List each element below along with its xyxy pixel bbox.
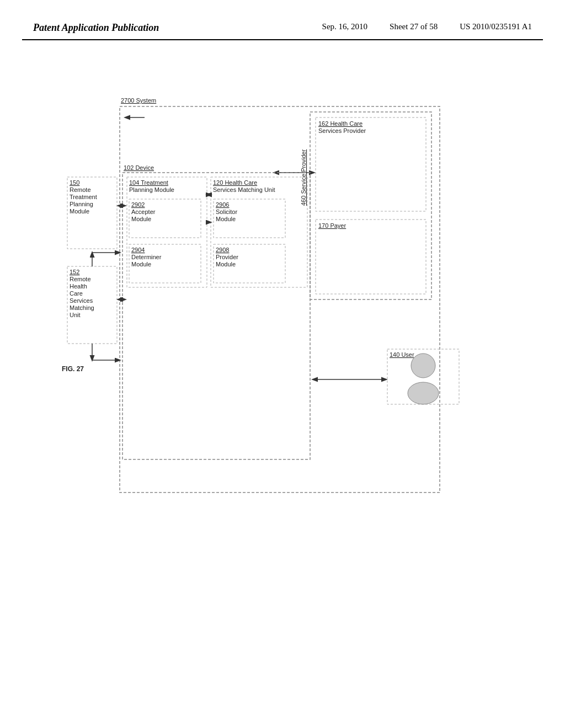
remote-health-care-label6: Matching: [70, 304, 94, 311]
determiner-label3: Module: [131, 261, 151, 267]
accepter-label: 2902: [131, 201, 145, 208]
remote-health-care-label7: Unit: [70, 312, 81, 318]
treatment-planning-label: 104 Treatment: [129, 179, 168, 186]
page: Patent Application Publication Sep. 16, …: [0, 0, 565, 728]
solicitor-label: 2906: [216, 201, 229, 208]
device-label: 102 Device: [124, 164, 154, 171]
accepter-label3: Module: [131, 216, 151, 222]
provider-label2: Provider: [216, 254, 238, 260]
solicitor-label2: Solicitor: [216, 208, 237, 215]
system-2700-label: 2700 System: [121, 97, 156, 104]
health-care-provider-label: 162 Health Care: [318, 120, 363, 127]
payer-label: 170 Payer: [318, 222, 346, 229]
health-care-matching-box: [211, 177, 307, 287]
patent-number: US 2010/0235191 A1: [460, 22, 532, 31]
header-meta: Sep. 16, 2010 Sheet 27 of 58 US 2010/023…: [322, 22, 532, 31]
determiner-label2: Determiner: [131, 254, 162, 260]
accepter-label2: Accepter: [131, 208, 156, 215]
remote-health-care-label5: Services: [70, 297, 93, 304]
remote-treatment-label2: Remote: [70, 186, 91, 193]
payer-box: [316, 220, 426, 294]
treatment-planning-label2: Planning Module: [129, 186, 174, 193]
provider-label3: Module: [216, 261, 236, 267]
diagram-area: FIG. 27 2700 System 460 Service Provider…: [34, 57, 531, 663]
person-head: [411, 354, 435, 378]
remote-health-care-label2: Remote: [70, 276, 91, 282]
health-care-matching-label2: Services Matching Unit: [213, 186, 275, 193]
remote-treatment-label5: Module: [70, 208, 89, 215]
person-body: [408, 382, 439, 404]
remote-treatment-label4: Planning: [70, 201, 93, 207]
treatment-planning-box: [127, 177, 207, 287]
remote-health-care-label4: Care: [70, 290, 83, 297]
remote-health-care-label3: Health: [70, 283, 87, 290]
health-care-matching-label: 120 Health Care: [213, 179, 257, 186]
service-provider-box: [310, 112, 431, 299]
remote-treatment-label3: Treatment: [70, 194, 97, 200]
determiner-label: 2904: [131, 247, 145, 253]
remote-treatment-label: 150: [70, 179, 79, 186]
remote-health-care-label: 152: [70, 269, 79, 275]
provider-label: 2908: [216, 247, 229, 253]
publication-title: Patent Application Publication: [33, 22, 159, 34]
publication-date: Sep. 16, 2010: [322, 22, 368, 31]
fig-label: FIG. 27: [62, 365, 84, 373]
diagram-svg: FIG. 27 2700 System 460 Service Provider…: [34, 57, 531, 663]
sheet-info: Sheet 27 of 58: [390, 22, 438, 31]
user-label: 140 User: [390, 351, 414, 358]
health-care-provider-label2: Services Provider: [318, 127, 366, 134]
solicitor-label3: Module: [216, 216, 236, 222]
page-header: Patent Application Publication Sep. 16, …: [22, 11, 543, 40]
service-provider-label: 460 Service Provider: [300, 149, 307, 206]
